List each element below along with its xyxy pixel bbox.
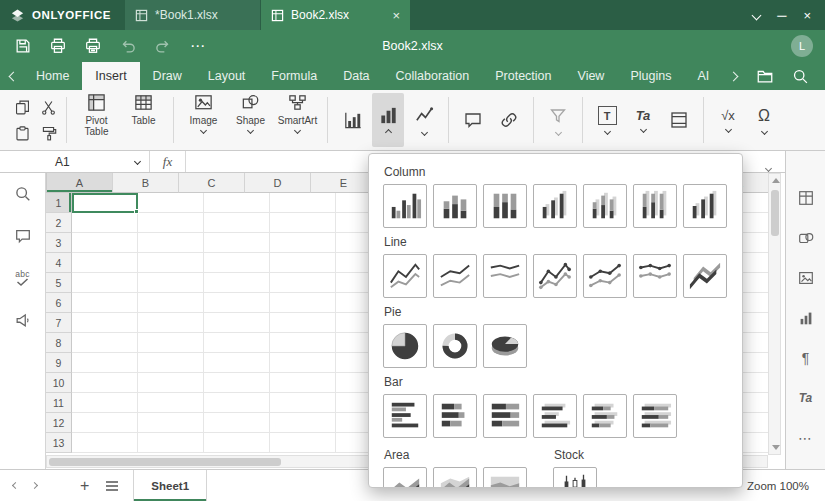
- more-panels-icon[interactable]: ⋯: [793, 427, 819, 449]
- cell-C12[interactable]: [204, 413, 270, 433]
- cell-B13[interactable]: [138, 433, 204, 453]
- cell-D13[interactable]: [270, 433, 336, 453]
- cell-C13[interactable]: [204, 433, 270, 453]
- sheet-nav-left-icon[interactable]: [6, 483, 25, 488]
- row-header-5[interactable]: 5: [46, 273, 72, 293]
- chart-type-stacked-line-markers-button[interactable]: [583, 254, 627, 298]
- cell-D2[interactable]: [270, 213, 336, 233]
- feedback-panel-icon[interactable]: [10, 309, 36, 331]
- image-settings-icon[interactable]: [793, 267, 819, 289]
- row-header-12[interactable]: 12: [46, 413, 72, 433]
- search-panel-icon[interactable]: [10, 183, 36, 205]
- user-avatar[interactable]: L: [791, 35, 813, 57]
- cell-D11[interactable]: [270, 393, 336, 413]
- ribbon-tab-collaboration[interactable]: Collaboration: [383, 62, 483, 90]
- collapse-titlebar-icon[interactable]: [753, 12, 760, 19]
- cell-B5[interactable]: [138, 273, 204, 293]
- chart-type-3d-clustered-bar-button[interactable]: [533, 394, 577, 438]
- chart-type-stacked-column-100-button[interactable]: [483, 184, 527, 228]
- cell-C10[interactable]: [204, 373, 270, 393]
- cell-C6[interactable]: [204, 293, 270, 313]
- row-header-10[interactable]: 10: [46, 373, 72, 393]
- chart-type-3d-clustered-column-button[interactable]: [533, 184, 577, 228]
- chart-type-stacked-line-button[interactable]: [433, 254, 477, 298]
- row-header-11[interactable]: 11: [46, 393, 72, 413]
- cell-A3[interactable]: [72, 233, 138, 253]
- add-sheet-button[interactable]: +: [72, 477, 97, 495]
- chart-type-3d-line-button[interactable]: [683, 254, 727, 298]
- chart-type-stacked-area-button[interactable]: [433, 467, 477, 488]
- shape-button[interactable]: Shape: [227, 92, 274, 148]
- cell-A13[interactable]: [72, 433, 138, 453]
- recommended-chart-button[interactable]: [336, 93, 368, 147]
- cell-D9[interactable]: [270, 353, 336, 373]
- symbol-button[interactable]: Ω: [748, 93, 780, 147]
- chart-type-stacked-column-button[interactable]: [433, 184, 477, 228]
- cell-B11[interactable]: [138, 393, 204, 413]
- cell-D3[interactable]: [270, 233, 336, 253]
- cell-A11[interactable]: [72, 393, 138, 413]
- cell-A10[interactable]: [72, 373, 138, 393]
- vertical-scrollbar[interactable]: [768, 173, 781, 455]
- ribbon-tab-data[interactable]: Data: [330, 62, 382, 90]
- cell-settings-icon[interactable]: [793, 187, 819, 209]
- cell-A2[interactable]: [72, 213, 138, 233]
- format-painter-button[interactable]: [36, 121, 60, 145]
- minimize-window-icon[interactable]: ─: [777, 9, 786, 22]
- print-button[interactable]: [47, 35, 69, 57]
- chart-type-stacked-line-100-markers-button[interactable]: [633, 254, 677, 298]
- cell-B12[interactable]: [138, 413, 204, 433]
- paste-button[interactable]: [10, 121, 34, 145]
- column-header-B[interactable]: B: [113, 173, 179, 193]
- row-header-3[interactable]: 3: [46, 233, 72, 253]
- cell-B8[interactable]: [138, 333, 204, 353]
- cell-D1[interactable]: [270, 193, 336, 213]
- chart-type-stacked-line-100-button[interactable]: [483, 254, 527, 298]
- cell-A7[interactable]: [72, 313, 138, 333]
- row-header-6[interactable]: 6: [46, 293, 72, 313]
- pivot-table-button[interactable]: Pivot Table: [73, 92, 120, 148]
- cell-B6[interactable]: [138, 293, 204, 313]
- cell-C9[interactable]: [204, 353, 270, 373]
- ribbon-tab-formula[interactable]: Formula: [258, 62, 330, 90]
- zoom-control[interactable]: Zoom 100%: [747, 480, 825, 492]
- undo-button[interactable]: [117, 35, 139, 57]
- paragraph-settings-icon[interactable]: ¶: [793, 347, 819, 369]
- ribbon-tab-ai[interactable]: AI: [684, 62, 722, 90]
- cell-D7[interactable]: [270, 313, 336, 333]
- column-header-A[interactable]: A: [47, 173, 113, 193]
- chart-type-line-button[interactable]: [383, 254, 427, 298]
- row-header-2[interactable]: 2: [46, 213, 72, 233]
- ribbon-tab-protection[interactable]: Protection: [482, 62, 564, 90]
- header-footer-button[interactable]: [663, 93, 695, 147]
- cell-A4[interactable]: [72, 253, 138, 273]
- chart-type-clustered-bar-button[interactable]: [383, 394, 427, 438]
- cell-D6[interactable]: [270, 293, 336, 313]
- horizontal-scroll-thumb[interactable]: [49, 458, 281, 466]
- ribbon-tab-plugins[interactable]: Plugins: [617, 62, 684, 90]
- chart-type-pie-button[interactable]: [383, 324, 427, 368]
- ribbon-tab-layout[interactable]: Layout: [195, 62, 259, 90]
- cut-button[interactable]: [36, 95, 60, 119]
- cell-D5[interactable]: [270, 273, 336, 293]
- chart-button[interactable]: [372, 93, 404, 147]
- chart-type-stock-button[interactable]: [553, 467, 597, 488]
- cell-C4[interactable]: [204, 253, 270, 273]
- cell-C2[interactable]: [204, 213, 270, 233]
- row-header-4[interactable]: 4: [46, 253, 72, 273]
- ribbon-tab-draw[interactable]: Draw: [140, 62, 195, 90]
- equation-button[interactable]: √x: [712, 93, 744, 147]
- chart-type-3d-column-button[interactable]: [683, 184, 727, 228]
- ribbon-tab-home[interactable]: Home: [23, 62, 82, 90]
- chart-type-stacked-bar-button[interactable]: [433, 394, 477, 438]
- cell-D12[interactable]: [270, 413, 336, 433]
- column-header-C[interactable]: C: [179, 173, 245, 193]
- text-art-button[interactable]: Ta: [627, 93, 659, 147]
- sheet-list-icon[interactable]: [97, 480, 127, 492]
- sheet-nav-right-icon[interactable]: [25, 483, 44, 488]
- cell-C11[interactable]: [204, 393, 270, 413]
- row-header-1[interactable]: 1: [46, 193, 72, 213]
- text-art-settings-icon[interactable]: Ta: [793, 387, 819, 409]
- redo-button[interactable]: [152, 35, 174, 57]
- cell-D4[interactable]: [270, 253, 336, 273]
